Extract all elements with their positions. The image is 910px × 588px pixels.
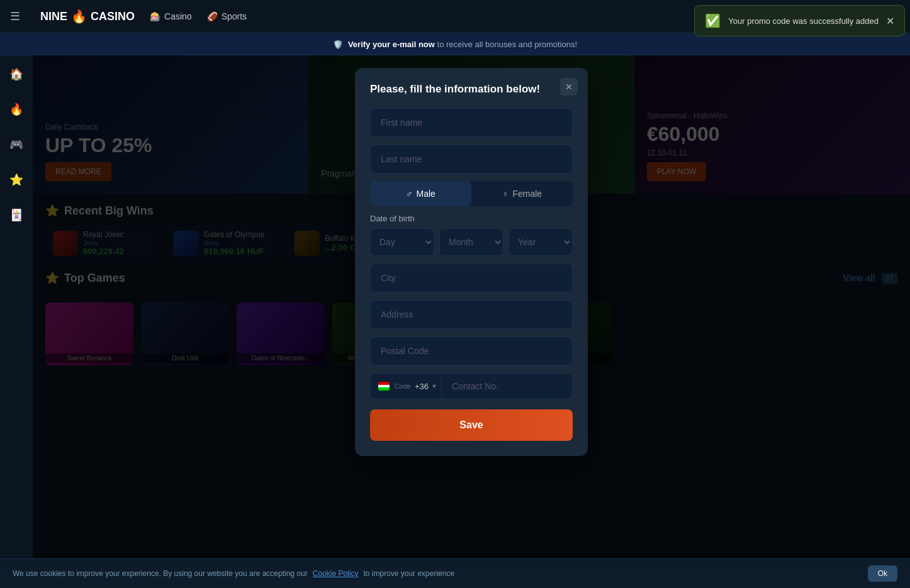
sidebar: 🏠 🔥 🎮 ⭐ 🃏	[0, 55, 33, 565]
nav-casino[interactable]: 🎰 Casino	[150, 11, 192, 21]
sidebar-item-games[interactable]: 🎮	[5, 133, 28, 156]
dob-year-select[interactable]: Year	[508, 228, 573, 256]
info-modal: Please, fill the information below! ✕ ♂ …	[355, 68, 588, 456]
sidebar-item-home[interactable]: 🏠	[5, 63, 28, 86]
main-area: 🏠 🔥 🎮 ⭐ 🃏 Daily Cashback UP TO 25% READ …	[0, 55, 910, 565]
sidebar-item-fire[interactable]: 🔥	[5, 98, 28, 121]
modal-overlay: Please, fill the information below! ✕ ♂ …	[33, 55, 910, 565]
gender-female-button[interactable]: ♀ Female	[471, 181, 573, 206]
gender-toggle: ♂ Male ♀ Female	[370, 181, 573, 206]
hamburger-icon[interactable]: ☰	[10, 9, 20, 23]
content-area: Daily Cashback UP TO 25% READ MORE Pragm…	[33, 55, 910, 565]
cookie-text2: to improve your experience	[363, 569, 454, 578]
nav-sports[interactable]: 🏈 Sports	[207, 11, 247, 21]
save-button[interactable]: Save	[370, 409, 573, 441]
cookie-ok-button[interactable]: Ok	[868, 565, 897, 582]
address-input[interactable]	[370, 300, 573, 329]
cookie-text: We use cookies to improve your experienc…	[13, 569, 308, 578]
dob-day-select[interactable]: Day	[370, 228, 434, 256]
sidebar-item-card[interactable]: 🃏	[5, 204, 28, 226]
male-icon: ♂	[406, 189, 413, 199]
shield-icon: 🛡️	[333, 40, 343, 49]
promo-message: Your promo code was successfully added	[728, 16, 879, 26]
gender-male-button[interactable]: ♂ Male	[370, 181, 471, 206]
promo-notification: ✅ Your promo code was successfully added…	[694, 5, 905, 36]
phone-code-label: Code	[395, 382, 411, 390]
first-name-input[interactable]	[370, 108, 573, 137]
phone-row: Code +36 ▾	[370, 373, 573, 399]
country-flag	[378, 382, 390, 391]
sidebar-item-star[interactable]: ⭐	[5, 169, 28, 191]
cookie-bar: We use cookies to improve your experienc…	[0, 558, 910, 588]
casino-icon: 🎰	[150, 11, 160, 21]
logo-casino: CASINO	[91, 10, 135, 23]
logo-text: NINE	[40, 10, 67, 23]
logo-flame-icon: 🔥	[71, 9, 87, 24]
modal-title: Please, fill the information below!	[370, 83, 573, 96]
female-icon: ♀	[502, 189, 509, 199]
last-name-input[interactable]	[370, 145, 573, 174]
sports-icon: 🏈	[207, 11, 218, 21]
phone-code-selector[interactable]: Code +36 ▾	[371, 374, 442, 399]
banner-text: Verify your e-mail now to receive all bo…	[348, 40, 577, 49]
chevron-down-icon: ▾	[432, 382, 436, 391]
modal-close-button[interactable]: ✕	[560, 78, 578, 96]
phone-code-value: +36	[415, 382, 429, 391]
check-icon: ✅	[705, 13, 721, 28]
dob-label: Date of birth	[370, 214, 573, 223]
cookie-policy-link[interactable]: Cookie Policy	[313, 569, 359, 578]
contact-input[interactable]	[442, 374, 572, 399]
dob-month-select[interactable]: Month	[439, 228, 503, 256]
postal-input[interactable]	[370, 336, 573, 365]
dob-row: Day Month Year	[370, 228, 573, 256]
promo-close-button[interactable]: ✕	[886, 15, 894, 27]
city-input[interactable]	[370, 263, 573, 292]
logo[interactable]: NINE 🔥 CASINO	[40, 9, 135, 24]
